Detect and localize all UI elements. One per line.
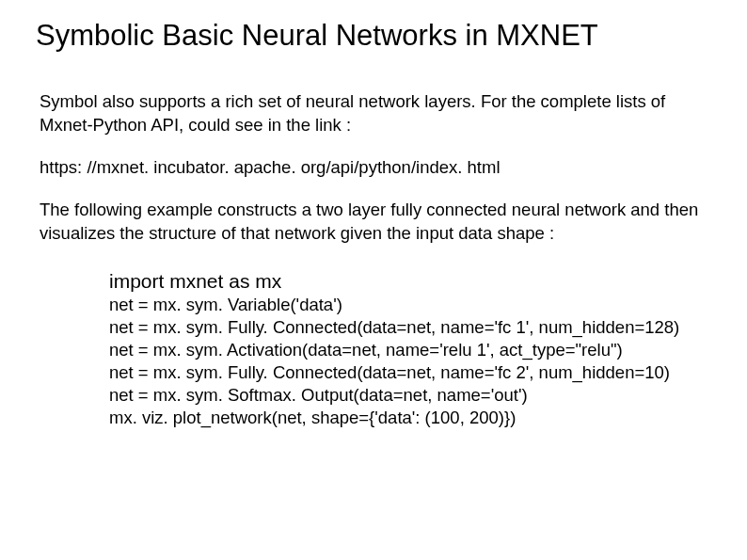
code-line: net = mx. sym. Variable('data') [109, 294, 709, 316]
code-line: mx. viz. plot_network(net, shape={'data'… [109, 407, 709, 429]
example-paragraph: The following example constructs a two l… [40, 199, 709, 246]
code-example: import mxnet as mx net = mx. sym. Variab… [109, 268, 709, 430]
slide-title: Symbolic Basic Neural Networks in MXNET [36, 19, 709, 53]
code-line: net = mx. sym. Softmax. Output(data=net,… [109, 384, 709, 407]
intro-paragraph: Symbol also supports a rich set of neura… [40, 90, 709, 137]
code-line: net = mx. sym. Activation(data=net, name… [109, 339, 709, 361]
code-line: net = mx. sym. Fully. Connected(data=net… [109, 316, 709, 339]
api-link-text: https: //mxnet. incubator. apache. org/a… [40, 156, 709, 180]
code-import-line: import mxnet as mx [109, 268, 709, 294]
code-line: net = mx. sym. Fully. Connected(data=net… [109, 361, 709, 384]
